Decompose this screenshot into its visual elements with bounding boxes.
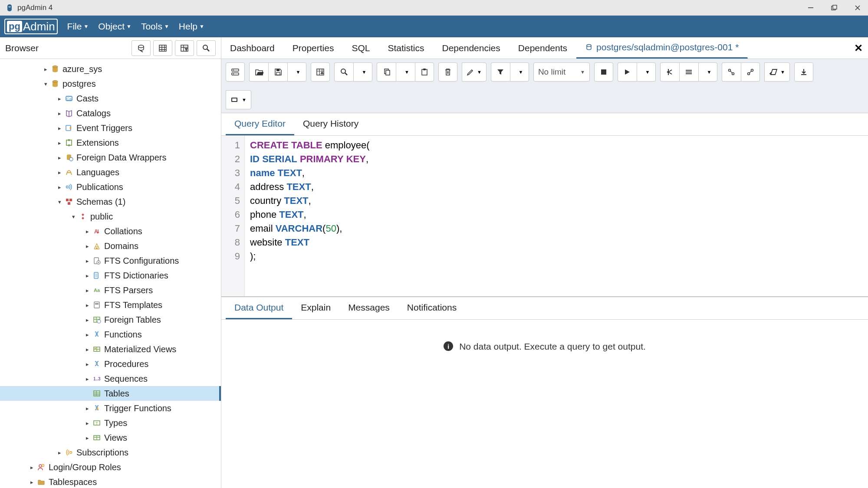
execute-button[interactable]: [618, 62, 637, 82]
explain-button[interactable]: [660, 62, 679, 82]
tree-node-fts-templates[interactable]: ▸FTS Templates: [0, 298, 221, 312]
rollback-button[interactable]: [741, 62, 760, 82]
view-data-icon[interactable]: [153, 40, 172, 56]
download-button[interactable]: [794, 62, 813, 82]
edit-button[interactable]: ▼: [462, 62, 487, 82]
chevron-icon[interactable]: ▸: [83, 405, 91, 412]
tab-dashboard[interactable]: Dashboard: [221, 37, 284, 59]
chevron-icon[interactable]: ▾: [42, 81, 49, 87]
tab-sql[interactable]: SQL: [343, 37, 379, 59]
tree-node-login-group-roles[interactable]: ▸Login/Group Roles: [0, 460, 221, 475]
browser-tree[interactable]: ▸azure_sys▾postgres▸CaCasts▸Catalogs▸Eve…: [0, 59, 221, 488]
close-tab-button[interactable]: ✕: [849, 37, 868, 59]
output-tab-messages[interactable]: Messages: [339, 297, 398, 319]
chevron-icon[interactable]: ▸: [56, 154, 63, 161]
query-tool-icon[interactable]: [132, 40, 151, 56]
maximize-button[interactable]: [829, 3, 839, 13]
limit-select[interactable]: No limit▼: [533, 62, 590, 82]
tree-node-fts-parsers[interactable]: ▸AaFTS Parsers: [0, 283, 221, 298]
chevron-icon[interactable]: ▸: [28, 464, 36, 471]
chevron-icon[interactable]: ▸: [56, 184, 63, 190]
tree-node-tablespaces[interactable]: ▸Tablespaces: [0, 475, 221, 488]
copy-dropdown[interactable]: ▼: [396, 62, 415, 82]
tree-node-tables[interactable]: Tables: [0, 386, 221, 401]
editor-tab-query-editor[interactable]: Query Editor: [226, 113, 294, 135]
tab-properties[interactable]: Properties: [284, 37, 343, 59]
tree-node-casts[interactable]: ▸CaCasts: [0, 91, 221, 106]
paste-button[interactable]: [415, 62, 434, 82]
tree-node-postgres[interactable]: ▾postgres: [0, 76, 221, 91]
filter-rows-icon[interactable]: [175, 40, 194, 56]
chevron-icon[interactable]: ▸: [83, 361, 91, 367]
chevron-icon[interactable]: ▸: [83, 346, 91, 353]
chevron-icon[interactable]: ▸: [56, 140, 63, 146]
chevron-icon[interactable]: ▸: [83, 302, 91, 308]
tab-dependencies[interactable]: Dependencies: [434, 37, 510, 59]
chevron-icon[interactable]: ▸: [83, 272, 91, 279]
chevron-icon[interactable]: ▸: [56, 110, 63, 117]
chevron-icon[interactable]: ▾: [56, 199, 63, 205]
chevron-icon[interactable]: ▸: [42, 66, 49, 72]
filter-dropdown[interactable]: ▼: [510, 62, 529, 82]
menu-tools[interactable]: Tools▼: [141, 21, 169, 32]
output-tab-data-output[interactable]: Data Output: [226, 297, 292, 319]
tree-node-languages[interactable]: ▸Languages: [0, 165, 221, 180]
chevron-icon[interactable]: ▸: [56, 125, 63, 131]
tree-node-types[interactable]: ▸TTypes: [0, 416, 221, 430]
tree-node-domains[interactable]: ▸Domains: [0, 239, 221, 253]
tree-node-foreign-data-wrappers[interactable]: ▸Foreign Data Wrappers: [0, 150, 221, 165]
close-button[interactable]: [852, 3, 863, 13]
menu-file[interactable]: File▼: [67, 21, 89, 32]
stop-button[interactable]: [594, 62, 613, 82]
output-tab-notifications[interactable]: Notifications: [398, 297, 465, 319]
chevron-icon[interactable]: ▸: [56, 169, 63, 176]
tree-node-views[interactable]: ▸Views: [0, 430, 221, 445]
tree-node-fts-dictionaries[interactable]: ▸FTS Dictionaries: [0, 268, 221, 283]
chevron-icon[interactable]: ▸: [83, 228, 91, 235]
save-dropdown[interactable]: ▼: [287, 62, 306, 82]
find-button[interactable]: [334, 62, 353, 82]
execute-dropdown[interactable]: ▼: [637, 62, 656, 82]
tree-node-public[interactable]: ▾public: [0, 209, 221, 224]
search-icon[interactable]: [197, 40, 216, 56]
save-button[interactable]: [268, 62, 287, 82]
tab-statistics[interactable]: Statistics: [379, 37, 433, 59]
tree-node-materialized-views[interactable]: ▸Materialized Views: [0, 342, 221, 357]
commit-button[interactable]: [722, 62, 741, 82]
clear-button[interactable]: ▼: [764, 62, 790, 82]
tree-node-trigger-functions[interactable]: ▸Trigger Functions: [0, 401, 221, 416]
editor-tab-query-history[interactable]: Query History: [294, 113, 367, 135]
tree-node-event-triggers[interactable]: ▸Event Triggers: [0, 121, 221, 135]
minimize-button[interactable]: [806, 3, 816, 13]
tab-query-tool-active[interactable]: postgres/sqladmin@postgres-001 *: [576, 37, 748, 59]
chevron-icon[interactable]: ▸: [56, 449, 63, 456]
chevron-icon[interactable]: ▾: [69, 213, 77, 220]
explain-analyze-button[interactable]: [679, 62, 698, 82]
menu-object[interactable]: Object▼: [98, 21, 132, 32]
chevron-icon[interactable]: ▸: [83, 243, 91, 249]
tab-dependents[interactable]: Dependents: [510, 37, 576, 59]
tree-node-collations[interactable]: ▸ACollations: [0, 224, 221, 239]
chevron-icon[interactable]: ▸: [83, 376, 91, 382]
macros-button[interactable]: ▼: [226, 90, 251, 109]
chevron-icon[interactable]: ▸: [56, 95, 63, 102]
chevron-icon[interactable]: ▸: [28, 479, 36, 485]
tree-node-sequences[interactable]: ▸1..3Sequences: [0, 371, 221, 386]
sql-editor[interactable]: 123456789 CREATE TABLE employee(ID SERIA…: [221, 136, 868, 296]
tree-node-fts-configurations[interactable]: ▸FTS Configurations: [0, 253, 221, 268]
tree-node-catalogs[interactable]: ▸Catalogs: [0, 106, 221, 121]
tree-node-extensions[interactable]: ▸Extensions: [0, 135, 221, 150]
chevron-icon[interactable]: ▸: [83, 317, 91, 323]
save-data-button[interactable]: [311, 62, 330, 82]
tree-node-schemas--1-[interactable]: ▾Schemas (1): [0, 194, 221, 209]
tree-node-procedures[interactable]: ▸Procedures: [0, 357, 221, 371]
chevron-icon[interactable]: ▸: [83, 435, 91, 441]
filter-button[interactable]: [491, 62, 510, 82]
tree-node-subscriptions[interactable]: ▸Subscriptions: [0, 445, 221, 460]
connection-icon[interactable]: [226, 62, 245, 82]
pgadmin-logo[interactable]: pgAdmin: [4, 19, 58, 34]
chevron-icon[interactable]: ▸: [83, 420, 91, 426]
tree-node-functions[interactable]: ▸Functions: [0, 327, 221, 342]
tree-node-azure-sys[interactable]: ▸azure_sys: [0, 62, 221, 76]
find-dropdown[interactable]: ▼: [353, 62, 372, 82]
